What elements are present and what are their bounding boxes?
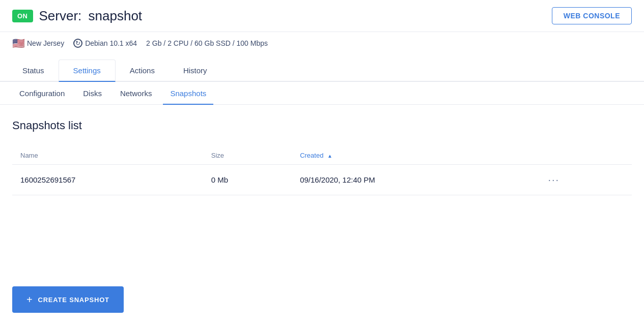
sub-tabs: Configuration Disks Networks Snapshots [0, 82, 644, 105]
server-os: ↻ Debian 10.1 x64 [73, 39, 137, 48]
server-label: Server: [39, 8, 82, 23]
content-area: Snapshots list Name Size Created ▲ 16002… [0, 105, 644, 208]
sub-tab-networks[interactable]: Networks [113, 82, 159, 105]
tab-history[interactable]: History [169, 60, 221, 82]
web-console-button[interactable]: WEB CONSOLE [552, 7, 632, 24]
header: ON Server: snapshot WEB CONSOLE [0, 0, 644, 32]
snapshot-actions-cell: ··· [536, 165, 632, 195]
tab-status[interactable]: Status [8, 60, 59, 82]
os-icon: ↻ [73, 39, 82, 48]
status-badge: ON [12, 10, 33, 22]
column-name: Name [12, 146, 203, 165]
server-location: 🇺🇸 New Jersey [12, 37, 64, 49]
os-label: Debian 10.1 x64 [85, 39, 137, 47]
server-specs: 2 Gb / 2 CPU / 60 Gb SSD / 100 Mbps [146, 39, 268, 47]
sub-tab-snapshots[interactable]: Snapshots [163, 82, 213, 105]
snapshot-size: 0 Mb [203, 165, 292, 195]
snapshot-actions-button[interactable]: ··· [544, 173, 564, 187]
column-created-label: Created [300, 152, 323, 159]
table-header-row: Name Size Created ▲ [12, 146, 632, 165]
snapshots-table: Name Size Created ▲ 1600252691567 0 Mb 0… [12, 146, 632, 195]
sub-tab-disks[interactable]: Disks [76, 82, 109, 105]
table-row: 1600252691567 0 Mb 09/16/2020, 12:40 PM … [12, 165, 632, 195]
sort-arrow-icon: ▲ [327, 153, 332, 159]
column-actions-placeholder [536, 146, 632, 165]
header-left: ON Server: snapshot [12, 8, 142, 24]
server-title: Server: snapshot [39, 8, 143, 24]
snapshot-created: 09/16/2020, 12:40 PM [292, 165, 536, 195]
column-size: Size [203, 146, 292, 165]
server-info-bar: 🇺🇸 New Jersey ↻ Debian 10.1 x64 2 Gb / 2… [0, 32, 644, 60]
snapshot-name: 1600252691567 [12, 165, 203, 195]
column-created[interactable]: Created ▲ [292, 146, 536, 165]
section-title: Snapshots list [12, 119, 632, 132]
tab-settings[interactable]: Settings [59, 60, 116, 82]
server-name: snapshot [89, 8, 143, 23]
tab-actions[interactable]: Actions [116, 60, 169, 82]
main-tabs: Status Settings Actions History [0, 60, 644, 82]
flag-icon: 🇺🇸 [12, 37, 25, 49]
sub-tab-configuration[interactable]: Configuration [12, 82, 72, 105]
location-label: New Jersey [27, 39, 64, 47]
